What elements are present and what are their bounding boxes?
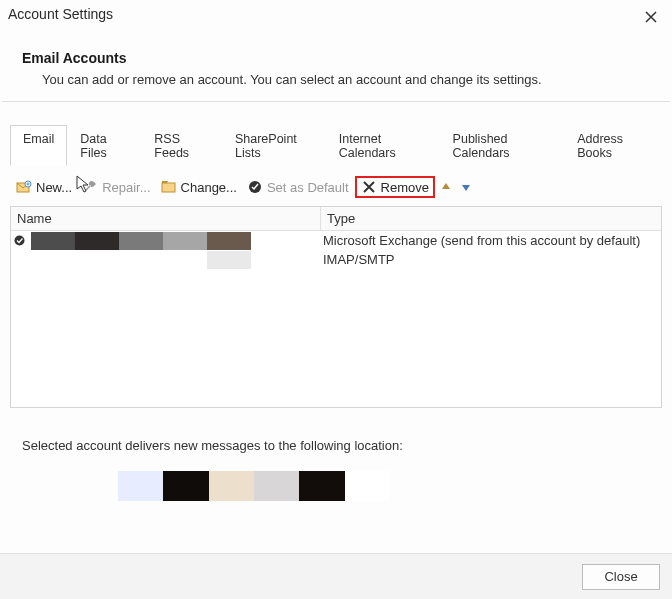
close-button-label: Close xyxy=(604,569,637,584)
redacted-account-name xyxy=(31,251,251,269)
toolbar-label: New... xyxy=(36,180,72,195)
toolbar-label: Change... xyxy=(181,180,237,195)
grid-header: Name Type xyxy=(11,207,661,231)
move-down-button[interactable] xyxy=(457,178,475,196)
cell-type: IMAP/SMTP xyxy=(321,252,661,267)
tab-rss-feeds[interactable]: RSS Feeds xyxy=(141,125,222,166)
account-settings-dialog: Account Settings Email Accounts You can … xyxy=(0,0,672,599)
check-circle-icon xyxy=(247,179,263,195)
column-header-type[interactable]: Type xyxy=(321,207,661,230)
set-default-button[interactable]: Set as Default xyxy=(243,178,353,196)
table-row[interactable]: IMAP/SMTP xyxy=(11,250,661,269)
tab-sharepoint-lists[interactable]: SharePoint Lists xyxy=(222,125,326,166)
envelope-new-icon xyxy=(16,179,32,195)
toolbar-label: Repair... xyxy=(102,180,150,195)
change-account-button[interactable]: Change... xyxy=(157,178,241,196)
svg-point-4 xyxy=(14,236,24,246)
tab-email[interactable]: Email xyxy=(10,125,67,166)
tab-address-books[interactable]: Address Books xyxy=(564,125,662,166)
tab-published-calendars[interactable]: Published Calendars xyxy=(440,125,565,166)
cell-name xyxy=(11,232,321,250)
tab-data-files[interactable]: Data Files xyxy=(67,125,141,166)
close-button[interactable]: Close xyxy=(582,564,660,590)
dialog-footer: Close xyxy=(0,553,672,599)
delivery-location-label: Selected account delivers new messages t… xyxy=(10,408,662,453)
remove-account-button[interactable]: Remove xyxy=(355,176,435,198)
dialog-header: Account Settings xyxy=(0,0,672,32)
move-up-button[interactable] xyxy=(437,178,455,196)
redacted-account-name xyxy=(31,232,251,250)
accounts-toolbar: New... Repair... Change... Set as Defaul… xyxy=(10,166,662,206)
toolbar-label: Set as Default xyxy=(267,180,349,195)
x-icon xyxy=(361,179,377,195)
default-check-icon xyxy=(13,235,25,247)
column-header-name[interactable]: Name xyxy=(11,207,321,230)
folder-change-icon xyxy=(161,179,177,195)
section-description: You can add or remove an account. You ca… xyxy=(0,68,672,101)
wrench-icon xyxy=(82,179,98,195)
cell-type: Microsoft Exchange (send from this accou… xyxy=(321,233,661,248)
tab-bar: EmailData FilesRSS FeedsSharePoint Lists… xyxy=(10,124,662,166)
dialog-title: Account Settings xyxy=(8,6,640,22)
tab-content-email: New... Repair... Change... Set as Defaul… xyxy=(10,166,662,507)
delivery-location-value xyxy=(118,471,390,501)
section-heading: Email Accounts xyxy=(0,32,672,68)
cell-name xyxy=(11,251,321,269)
new-account-button[interactable]: New... xyxy=(12,178,76,196)
toolbar-label: Remove xyxy=(381,180,429,195)
tab-internet-calendars[interactable]: Internet Calendars xyxy=(326,125,440,166)
table-row[interactable]: Microsoft Exchange (send from this accou… xyxy=(11,231,661,250)
repair-account-button[interactable]: Repair... xyxy=(78,178,154,196)
close-icon[interactable] xyxy=(640,6,662,28)
divider xyxy=(2,101,670,102)
accounts-grid: Name Type Microsoft Exchange (send from … xyxy=(10,206,662,408)
svg-rect-2 xyxy=(162,183,175,192)
